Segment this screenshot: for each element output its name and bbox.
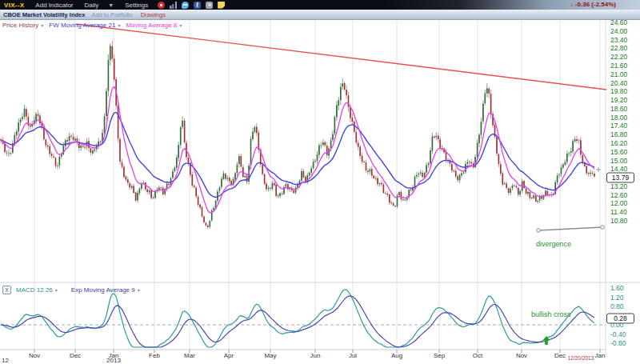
svg-text:Oct: Oct bbox=[473, 352, 483, 359]
svg-text:12: 12 bbox=[2, 357, 9, 364]
drawings-link[interactable]: Drawings bbox=[141, 11, 166, 18]
svg-text:16.20: 16.20 bbox=[610, 139, 628, 147]
add-to-portfolio-link[interactable]: Add to Portfolio bbox=[91, 11, 132, 18]
svg-text:Nov: Nov bbox=[516, 352, 527, 359]
svg-text:-0.40: -0.40 bbox=[610, 330, 626, 338]
svg-text:Dec: Dec bbox=[554, 352, 566, 359]
svg-text:Sep: Sep bbox=[434, 352, 446, 359]
drag-handle bbox=[601, 226, 605, 230]
svg-text:15.00: 15.00 bbox=[610, 157, 628, 165]
svg-text:13.79: 13.79 bbox=[612, 174, 630, 182]
svg-text:Mar: Mar bbox=[184, 352, 195, 359]
svg-text:17.40: 17.40 bbox=[610, 122, 628, 130]
svg-text:18.60: 18.60 bbox=[610, 105, 628, 113]
settings-button[interactable]: Settings bbox=[125, 2, 148, 9]
svg-text:12.00: 12.00 bbox=[610, 199, 628, 207]
last-date-label: 12/20/2013 bbox=[568, 355, 594, 361]
svg-text:10.80: 10.80 bbox=[610, 217, 628, 225]
month-gridlines bbox=[0, 20, 640, 354]
svg-text:23.40: 23.40 bbox=[610, 36, 628, 44]
legend-macd[interactable]: MACD 12 26 bbox=[16, 286, 53, 294]
candlestick-series bbox=[0, 41, 594, 229]
chevron-down-icon[interactable]: ▾ bbox=[41, 22, 43, 28]
price-legend: Price History ▾ FW Moving Average 21 ▾ M… bbox=[2, 22, 187, 29]
symbol-label[interactable]: VIX--X bbox=[4, 2, 24, 9]
svg-text:Jul: Jul bbox=[349, 352, 357, 359]
svg-text:16.80: 16.80 bbox=[610, 130, 628, 138]
down-arrow-icon: ↓ bbox=[570, 1, 574, 8]
svg-text:0.80: 0.80 bbox=[610, 302, 624, 310]
downtrend-line-drawing[interactable] bbox=[76, 24, 606, 90]
svg-text:Feb: Feb bbox=[149, 352, 160, 359]
close-indicator-button[interactable]: X bbox=[2, 286, 11, 294]
drag-handle bbox=[537, 229, 541, 233]
divergence-line-drawing[interactable] bbox=[537, 226, 605, 233]
svg-text:0.28: 0.28 bbox=[614, 314, 627, 322]
change-value: -0.36 (-2.54%) bbox=[575, 1, 616, 8]
svg-text:Nov: Nov bbox=[29, 352, 40, 359]
facebook-icon[interactable]: f bbox=[194, 2, 201, 9]
svg-text:21.00: 21.00 bbox=[610, 70, 628, 78]
alarm-icon[interactable] bbox=[158, 2, 165, 9]
svg-text:1.60: 1.60 bbox=[610, 284, 624, 292]
add-indicator-button[interactable]: Add Indicator bbox=[35, 2, 73, 9]
instrument-title: CBOE Market Volatility Index bbox=[3, 11, 85, 18]
price-change-badge: ↓-0.36 (-2.54%) bbox=[570, 1, 616, 8]
timeframe-select[interactable]: Daily bbox=[85, 2, 99, 9]
svg-text:19.80: 19.80 bbox=[610, 87, 628, 95]
twitter-icon[interactable] bbox=[182, 2, 189, 9]
camera-icon[interactable] bbox=[206, 2, 213, 9]
price-axis: 24.6024.0023.4022.8022.2021.6021.0020.40… bbox=[610, 18, 628, 225]
toolbar-icons: f bbox=[158, 2, 225, 9]
svg-text:15.60: 15.60 bbox=[610, 148, 628, 156]
svg-text:Aug: Aug bbox=[391, 352, 402, 359]
svg-text:22.80: 22.80 bbox=[610, 44, 628, 52]
legend-exp-moving-average[interactable]: Exp Moving Average 9 bbox=[71, 286, 135, 294]
svg-text:22.20: 22.20 bbox=[610, 53, 628, 61]
svg-text:14.40: 14.40 bbox=[610, 165, 628, 173]
chevron-down-icon[interactable]: ▾ bbox=[55, 287, 58, 293]
chevron-down-icon[interactable]: ▾ bbox=[179, 22, 182, 28]
moving-average-21-line bbox=[1, 112, 594, 197]
divergence-annotation[interactable]: divergence bbox=[536, 240, 571, 248]
top-toolbar: VIX--X Add Indicator Daily ▼ Settings f … bbox=[0, 0, 640, 10]
svg-text:11.40: 11.40 bbox=[610, 208, 627, 216]
svg-text:1.20: 1.20 bbox=[610, 294, 624, 302]
legend-moving-average-21[interactable]: FW Moving Average 21 bbox=[49, 22, 115, 29]
bullish-cross-annotation[interactable]: bullish cross bbox=[531, 310, 571, 318]
svg-text:12.60: 12.60 bbox=[610, 191, 628, 199]
svg-text:-0.80: -0.80 bbox=[610, 339, 626, 347]
svg-text:2013: 2013 bbox=[106, 357, 121, 364]
svg-text:19.20: 19.20 bbox=[610, 96, 628, 104]
svg-text:13.20: 13.20 bbox=[610, 182, 628, 190]
macd-signal-line bbox=[1, 296, 594, 347]
svg-text:Apr: Apr bbox=[224, 352, 234, 359]
svg-text:Jan: Jan bbox=[595, 352, 606, 359]
legend-price-history[interactable]: Price History bbox=[2, 22, 38, 29]
svg-text:21.60: 21.60 bbox=[610, 62, 628, 70]
chevron-down-icon[interactable]: ▾ bbox=[138, 287, 140, 293]
sub-header: CBOE Market Volatility Index Add to Port… bbox=[0, 10, 640, 20]
chevron-down-icon[interactable]: ▼ bbox=[108, 2, 114, 8]
legend-moving-average-8[interactable]: Moving Average 8 bbox=[126, 22, 177, 29]
chevron-down-icon[interactable]: ▾ bbox=[118, 22, 120, 28]
macd-header: X MACD 12 26 ▾ Exp Moving Average 9 ▾ bbox=[2, 286, 146, 294]
chart-canvas[interactable]: 24.6024.0023.4022.8022.2021.6021.0020.40… bbox=[0, 0, 640, 364]
svg-text:18.00: 18.00 bbox=[610, 114, 628, 122]
bar-chart-icon[interactable] bbox=[170, 2, 177, 9]
charting-application: VIX--X Add Indicator Daily ▼ Settings f … bbox=[0, 0, 640, 364]
svg-text:May: May bbox=[264, 352, 276, 359]
svg-text:Dec: Dec bbox=[70, 352, 81, 359]
time-axis: NovDecJanFebMarAprMayJunJulAugSepOctNovD… bbox=[2, 350, 605, 364]
svg-text:20.40: 20.40 bbox=[610, 79, 628, 87]
svg-text:Jun: Jun bbox=[310, 352, 321, 359]
macd-value-box: 0.28 bbox=[607, 314, 634, 323]
last-price-box: 13.79 bbox=[607, 173, 634, 182]
svg-text:24.00: 24.00 bbox=[610, 27, 628, 35]
note-icon[interactable] bbox=[218, 2, 225, 9]
